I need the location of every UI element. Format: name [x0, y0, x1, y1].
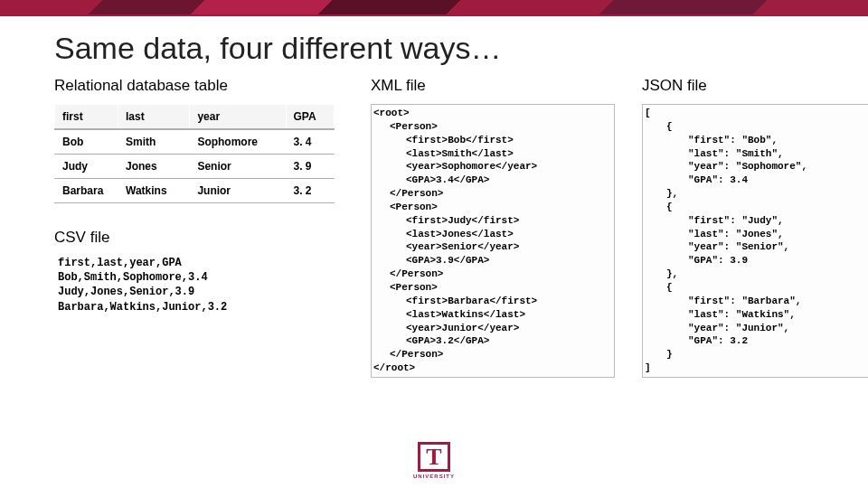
col-gpa: GPA [286, 105, 334, 130]
table-row: Barbara Watkins Junior 3. 2 [55, 179, 335, 203]
table-row: Judy Jones Senior 3. 9 [55, 155, 335, 179]
table-row: Bob Smith Sophomore 3. 4 [55, 129, 335, 155]
col-year: year [190, 105, 286, 130]
left-column: Relational database table first last yea… [54, 77, 344, 378]
slide-title: Same data, four different ways… [0, 16, 868, 77]
logo-letter: T [418, 442, 449, 472]
content-grid: Relational database table first last yea… [0, 77, 868, 378]
json-content: [{"first": "Bob","last": "Smith","year":… [645, 107, 868, 375]
relational-heading: Relational database table [54, 77, 344, 95]
relational-table: first last year GPA Bob Smith Sophomore … [54, 104, 335, 203]
col-last: last [118, 105, 190, 130]
table-body: Bob Smith Sophomore 3. 4 Judy Jones Seni… [55, 129, 335, 203]
brand-logo: T UNIVERSITY [413, 442, 455, 479]
csv-block: CSV file first,last,year,GPA Bob,Smith,S… [54, 229, 344, 314]
csv-heading: CSV file [54, 229, 344, 247]
xml-column: XML file <root><Person><first>Bob</first… [371, 77, 615, 378]
csv-content: first,last,year,GPA Bob,Smith,Sophomore,… [54, 256, 344, 314]
col-first: first [55, 105, 118, 130]
json-codebox: [{"first": "Bob","last": "Smith","year":… [642, 104, 868, 378]
table-header-row: first last year GPA [55, 105, 335, 130]
json-heading: JSON file [642, 77, 868, 95]
xml-heading: XML file [371, 77, 615, 95]
json-column: JSON file [{"first": "Bob","last": "Smit… [642, 77, 868, 378]
xml-codebox: <root><Person><first>Bob</first><last>Sm… [371, 104, 615, 378]
logo-word: UNIVERSITY [413, 474, 455, 479]
header-banner [0, 0, 868, 16]
xml-content: <root><Person><first>Bob</first><last>Sm… [373, 107, 612, 375]
